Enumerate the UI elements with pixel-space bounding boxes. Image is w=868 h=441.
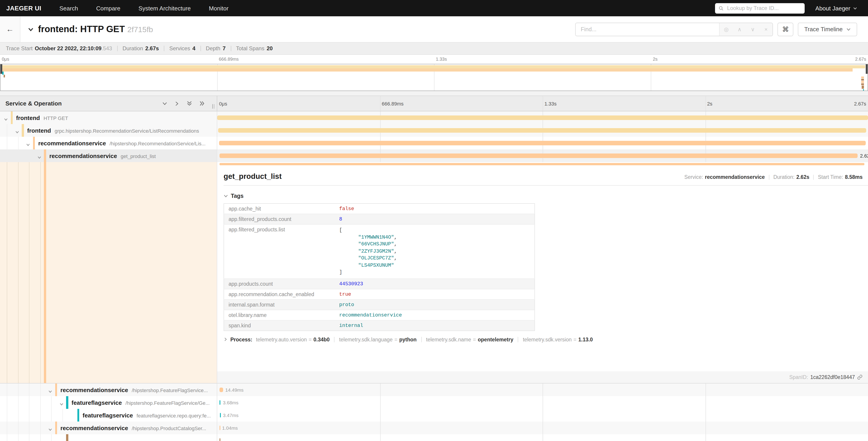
indent-guide (29, 162, 29, 383)
link-icon[interactable] (857, 375, 863, 380)
span-row-tree-cell[interactable]: featureflagservicefeatureflagservice.rep… (0, 409, 217, 421)
span-row-timeline-cell[interactable]: 3.47ms (217, 409, 868, 421)
span-row-timeline-cell[interactable] (217, 434, 868, 441)
collapse-one-icon[interactable] (162, 101, 167, 106)
span-collapse-chevron-icon[interactable] (4, 115, 8, 120)
span-duration-bar[interactable] (220, 413, 221, 417)
span-duration-bar[interactable] (219, 141, 866, 145)
span-row[interactable] (0, 434, 868, 441)
indent-guide (18, 421, 18, 434)
span-duration-bar[interactable] (219, 153, 858, 158)
span-row-tree-cell[interactable]: recommendationserviceget_product_list (0, 149, 217, 162)
keyboard-shortcuts-button[interactable]: ⌘ (777, 22, 793, 36)
column-resize-grip[interactable] (212, 104, 215, 109)
tag-row[interactable]: span.kindinternal (224, 320, 535, 330)
nav-item-compare[interactable]: Compare (96, 5, 120, 12)
equals-sign: = (473, 336, 476, 342)
span-collapse-chevron-icon[interactable] (15, 128, 19, 133)
span-row[interactable]: recommendationserviceget_product_list2.6… (0, 149, 868, 162)
span-duration-label: 3.68ms (223, 400, 239, 405)
span-service-name: recommendationservice (49, 153, 117, 159)
span-service-name: featureflagservice (83, 412, 133, 419)
tag-row[interactable]: otel.library.namerecommendationservice (224, 310, 535, 320)
span-row-timeline-cell[interactable] (217, 124, 868, 137)
span-row-tree-cell[interactable]: frontendHTTP GET (0, 111, 217, 124)
span-collapse-chevron-icon[interactable] (59, 400, 64, 405)
minimap-scrubber-left[interactable] (0, 64, 2, 74)
span-row-timeline-cell[interactable] (217, 137, 868, 149)
tag-row[interactable]: app.products.count44530923 (224, 278, 535, 289)
span-row[interactable]: recommendationservice/hipstershop.Produc… (0, 421, 868, 434)
span-row[interactable]: featureflagservice/hipstershop.FeatureFl… (0, 396, 868, 409)
span-collapse-chevron-icon[interactable] (48, 425, 53, 430)
span-duration-bar[interactable] (220, 438, 220, 441)
expand-one-icon[interactable] (174, 101, 180, 106)
find-input[interactable] (576, 23, 719, 35)
span-row-tree-cell[interactable]: recommendationservice/hipstershop.Produc… (0, 421, 217, 434)
indent-guide (40, 383, 40, 396)
tag-row[interactable]: app.cache_hitfalse (224, 204, 535, 214)
find-highlight-button[interactable]: ◎ (719, 23, 733, 35)
span-row-timeline-cell[interactable]: 3.68ms (217, 396, 868, 409)
minimap-canvas[interactable] (0, 64, 868, 91)
tag-row[interactable]: app.recommendation.cache_enabledtrue (224, 289, 535, 299)
find-prev-button[interactable]: ∧ (733, 23, 746, 35)
service-operation-title: Service & Operation (0, 100, 62, 107)
expand-all-icon[interactable] (199, 100, 205, 107)
span-row[interactable]: frontendgrpc.hipstershop.RecommendationS… (0, 124, 868, 137)
process-section-header[interactable]: Process: telemetry.auto.version=0.34b0te… (223, 336, 868, 342)
span-row-tree-cell[interactable]: frontendgrpc.hipstershop.RecommendationS… (0, 124, 217, 137)
span-duration-bar[interactable] (220, 400, 221, 405)
collapse-all-icon[interactable] (186, 100, 192, 107)
span-row[interactable]: featureflagservicefeatureflagservice.rep… (0, 409, 868, 421)
tag-row[interactable]: app.filtered_products.list["1YMWWN1N4O",… (224, 224, 535, 278)
trace-id-lookup-input[interactable] (726, 4, 801, 12)
back-button[interactable]: ← (0, 16, 20, 42)
collapse-trace-chevron-icon[interactable] (28, 26, 34, 32)
minimap-scrubber-right[interactable] (866, 64, 868, 74)
span-collapse-chevron-icon[interactable] (48, 388, 53, 392)
nav-item-search[interactable]: Search (60, 5, 78, 12)
span-row-timeline-cell[interactable] (217, 111, 868, 124)
span-row-timeline-cell[interactable]: 14.49ms (217, 383, 868, 396)
span-row[interactable]: recommendationservice/hipstershop.Featur… (0, 383, 868, 396)
minimap-ruler: 0μs666.89ms1.33s2s2.67s (0, 55, 868, 64)
timeline-column-header: Service & Operation 0μs666.89ms1.33s2s2.… (0, 95, 868, 111)
tag-value-text: proto (339, 302, 354, 307)
about-jaeger-menu[interactable]: About Jaeger (815, 5, 857, 11)
span-row[interactable]: recommendationservice/hipstershop.Recomm… (0, 137, 868, 149)
tag-key: app.filtered_products.count (224, 214, 335, 224)
span-row-tree-cell[interactable]: recommendationservice/hipstershop.Recomm… (0, 137, 217, 149)
indent-guide (7, 396, 7, 409)
span-row-tree-cell[interactable] (0, 434, 217, 441)
ruler-gridline (542, 96, 543, 111)
timeline-gridline (380, 434, 380, 441)
span-row-timeline-cell[interactable]: 2.62s (217, 149, 868, 162)
tag-value-text: internal (339, 323, 363, 328)
span-row-tree-cell[interactable]: recommendationservice/hipstershop.Featur… (0, 383, 217, 396)
trace-summary-bar: Trace StartOctober 22 2022, 22:10:09.543… (0, 42, 868, 55)
span-collapse-chevron-icon[interactable] (26, 141, 30, 145)
span-duration-bar[interactable] (219, 425, 220, 430)
app-brand[interactable]: JAEGER UI (6, 4, 41, 12)
span-collapse-chevron-icon[interactable] (59, 438, 64, 441)
tag-row[interactable]: app.filtered_products.count8 (224, 214, 535, 224)
nav-item-system-architecture[interactable]: System Architecture (138, 5, 191, 12)
tag-row[interactable]: internal.span.formatproto (224, 299, 535, 310)
find-next-button[interactable]: ∨ (746, 23, 760, 35)
span-duration-bar[interactable] (219, 388, 223, 392)
span-row[interactable]: frontendHTTP GET (0, 111, 868, 124)
span-row-labels: frontendHTTP GET (16, 114, 68, 122)
nav-item-monitor[interactable]: Monitor (209, 5, 228, 12)
trace-view-selector[interactable]: Trace Timeline (798, 22, 857, 36)
span-duration-bar[interactable] (217, 115, 868, 120)
span-collapse-chevron-icon[interactable] (37, 153, 41, 158)
trace-id-lookup[interactable] (715, 3, 804, 13)
span-row-tree-cell[interactable]: featureflagservice/hipstershop.FeatureFl… (0, 396, 217, 409)
span-row-timeline-cell[interactable]: 1.04ms (217, 421, 868, 434)
tags-section-header[interactable]: Tags (223, 193, 868, 199)
find-clear-button[interactable]: × (760, 23, 773, 35)
span-duration-bar[interactable] (218, 128, 866, 133)
selected-span-bar[interactable] (219, 163, 864, 165)
span-rows-above: frontendHTTP GETfrontendgrpc.hipstershop… (0, 111, 868, 162)
